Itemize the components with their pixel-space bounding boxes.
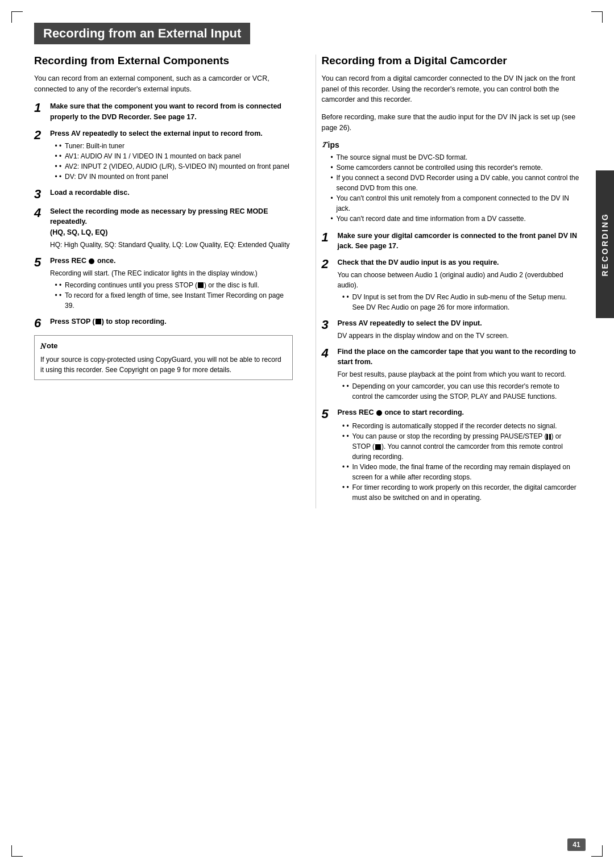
right-step-4-content: Find the place on the camcorder tape tha… bbox=[338, 347, 580, 402]
right-step-5-bullets: Recording is automatically stopped if th… bbox=[338, 421, 580, 503]
left-step-4-number: 4 bbox=[34, 207, 47, 219]
note-text: If your source is copy-protected using C… bbox=[40, 354, 287, 375]
left-step-2-bullets: Tuner: Built-in tuner AV1: AUDIO AV IN 1… bbox=[50, 141, 293, 182]
tips-title: 𝑇ips bbox=[322, 140, 580, 149]
two-column-layout: Recording from External Components You c… bbox=[34, 55, 580, 508]
pause-icon bbox=[546, 434, 551, 440]
left-step-5-content: Press REC once. Recording will start. (T… bbox=[50, 256, 293, 311]
list-item: You can't control this unit remotely fro… bbox=[331, 193, 580, 214]
right-step-1: 1 Make sure your digital camcorder is co… bbox=[322, 231, 580, 252]
note-box: 𝑁ote If your source is copy-protected us… bbox=[34, 335, 293, 380]
left-step-5-subtext: Recording will start. (The REC indicator… bbox=[50, 268, 293, 278]
right-step-1-content: Make sure your digital camcorder is conn… bbox=[338, 231, 580, 252]
tips-bullets: The source signal must be DVC-SD format.… bbox=[322, 152, 580, 224]
right-step-4: 4 Find the place on the camcorder tape t… bbox=[322, 347, 580, 402]
right-step-2-subtext: You can choose between Audio 1 (original… bbox=[338, 270, 580, 290]
list-item: Some camcorders cannot be controlled usi… bbox=[331, 162, 580, 173]
left-step-2: 2 Press AV repeatedly to select the exte… bbox=[34, 128, 293, 182]
left-step-1-title: Make sure that the component you want to… bbox=[50, 102, 281, 121]
right-step-2: 2 Check that the DV audio input is as yo… bbox=[322, 257, 580, 312]
left-step-5: 5 Press REC once. Recording will start. … bbox=[34, 256, 293, 311]
right-column: Recording from a Digital Camcorder You c… bbox=[316, 55, 580, 508]
left-step-5-number: 5 bbox=[34, 256, 47, 269]
right-step-1-number: 1 bbox=[322, 231, 334, 244]
list-item: If you connect a second DVD Recorder usi… bbox=[331, 173, 580, 193]
right-step-1-title: Make sure your digital camcorder is conn… bbox=[338, 232, 578, 251]
left-step-6-title: Press STOP () to stop recording. bbox=[50, 318, 167, 326]
tips-icon: 𝑇 bbox=[322, 140, 326, 149]
left-step-4-title: Select the recording mode as necessary b… bbox=[50, 207, 268, 237]
left-intro: You can record from an external componen… bbox=[34, 73, 293, 95]
left-step-2-title: Press AV repeatedly to select the extern… bbox=[50, 130, 263, 137]
list-item: Depending on your camcorder, you can use… bbox=[347, 381, 580, 402]
right-step-2-number: 2 bbox=[322, 258, 334, 270]
right-step-3-content: Press AV repeatedly to select the DV inp… bbox=[338, 318, 580, 341]
list-item: To record for a fixed length of time, se… bbox=[59, 290, 293, 311]
list-item: The source signal must be DVC-SD format. bbox=[331, 152, 580, 162]
list-item: In Video mode, the final frame of the re… bbox=[347, 462, 580, 482]
right-step-5-content: Press REC once to start recording. Recor… bbox=[338, 407, 580, 503]
list-item: Recording continues until you press STOP… bbox=[59, 280, 293, 290]
left-step-3-title: Load a recordable disc. bbox=[50, 189, 130, 197]
left-section-title: Recording from External Components bbox=[34, 55, 293, 68]
left-step-1-number: 1 bbox=[34, 102, 47, 114]
left-step-3: 3 Load a recordable disc. bbox=[34, 187, 293, 201]
list-item: Recording is automatically stopped if th… bbox=[347, 421, 580, 431]
right-step-5-title: Press REC once to start recording. bbox=[338, 408, 464, 416]
stop-square-icon bbox=[198, 282, 204, 288]
stop-square-icon-right bbox=[375, 444, 381, 450]
right-step-3-subtext: DV appears in the display window and on … bbox=[338, 331, 580, 341]
left-step-2-number: 2 bbox=[34, 129, 47, 141]
left-step-4: 4 Select the recording mode as necessary… bbox=[34, 206, 293, 250]
tips-box: 𝑇ips The source signal must be DVC-SD fo… bbox=[322, 140, 580, 224]
list-item: You can pause or stop the recording by p… bbox=[347, 431, 580, 462]
right-intro: You can record from a digital camcorder … bbox=[322, 73, 580, 105]
right-step-2-bullets: DV Input is set from the DV Rec Audio in… bbox=[338, 292, 580, 312]
right-step-2-content: Check that the DV audio input is as you … bbox=[338, 257, 580, 312]
left-step-5-title: Press REC once. bbox=[50, 257, 116, 265]
right-step-3-number: 3 bbox=[322, 319, 334, 331]
list-item: AV1: AUDIO AV IN 1 / VIDEO IN 1 mounted … bbox=[59, 151, 293, 161]
left-column: Recording from External Components You c… bbox=[34, 55, 298, 508]
left-step-4-content: Select the recording mode as necessary b… bbox=[50, 206, 293, 250]
list-item: You can't record date and time informati… bbox=[331, 214, 580, 224]
page-container: Recording from an External Input Recordi… bbox=[0, 0, 614, 868]
right-step-5-number: 5 bbox=[322, 408, 334, 420]
right-step-4-number: 4 bbox=[322, 347, 334, 360]
left-step-2-content: Press AV repeatedly to select the extern… bbox=[50, 128, 293, 182]
left-step-6-number: 6 bbox=[34, 317, 47, 329]
right-step-4-subtext: For best results, pause playback at the … bbox=[338, 369, 580, 379]
rec-circle-icon-right bbox=[376, 410, 382, 416]
list-item: DV: DV IN mounted on front panel bbox=[59, 172, 293, 182]
right-section-title: Recording from a Digital Camcorder bbox=[322, 55, 580, 68]
left-step-4-extra: HQ: High Quality, SQ: Standard Quality, … bbox=[50, 240, 293, 250]
list-item: For timer recording to work properly on … bbox=[347, 482, 580, 503]
left-step-3-content: Load a recordable disc. bbox=[50, 187, 293, 198]
left-step-1-content: Make sure that the component you want to… bbox=[50, 101, 293, 123]
rec-circle-icon bbox=[89, 258, 94, 264]
left-step-6-content: Press STOP () to stop recording. bbox=[50, 316, 293, 327]
left-step-1: 1 Make sure that the component you want … bbox=[34, 101, 293, 123]
note-icon: 𝑁 bbox=[40, 340, 45, 352]
list-item: DV Input is set from the DV Rec Audio in… bbox=[347, 292, 580, 312]
right-step-4-title: Find the place on the camcorder tape tha… bbox=[338, 348, 576, 366]
main-title: Recording from an External Input bbox=[34, 23, 250, 44]
left-step-6: 6 Press STOP () to stop recording. bbox=[34, 316, 293, 329]
right-step-5: 5 Press REC once to start recording. Rec… bbox=[322, 407, 580, 503]
right-step-3: 3 Press AV repeatedly to select the DV i… bbox=[322, 318, 580, 341]
left-step-5-bullets: Recording continues until you press STOP… bbox=[50, 280, 293, 311]
stop-square-icon-2 bbox=[96, 319, 101, 324]
note-title: 𝑁ote bbox=[40, 340, 287, 352]
list-item: AV2: INPUT 2 (VIDEO, AUDIO (L/R), S-VIDE… bbox=[59, 161, 293, 172]
right-step-2-title: Check that the DV audio input is as you … bbox=[338, 258, 499, 266]
right-step-4-bullets: Depending on your camcorder, you can use… bbox=[338, 381, 580, 402]
left-step-3-number: 3 bbox=[34, 188, 47, 201]
right-step-3-title: Press AV repeatedly to select the DV inp… bbox=[338, 319, 482, 327]
right-intro2: Before recording, make sure that the aud… bbox=[322, 112, 580, 133]
list-item: Tuner: Built-in tuner bbox=[59, 141, 293, 151]
